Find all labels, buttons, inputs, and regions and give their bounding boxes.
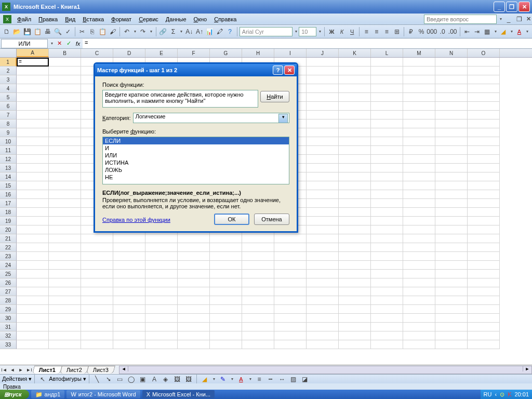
cell-A7[interactable] — [17, 111, 49, 119]
cell-M2[interactable] — [403, 66, 435, 75]
cell-L29[interactable] — [371, 305, 403, 314]
cell-O32[interactable] — [468, 331, 500, 340]
cell-M5[interactable] — [403, 93, 435, 102]
cell-E29[interactable] — [145, 305, 178, 314]
cell-L21[interactable] — [371, 234, 403, 243]
cell-O4[interactable] — [468, 84, 500, 93]
cell-H26[interactable] — [242, 278, 274, 287]
cell-A15[interactable] — [17, 181, 49, 190]
cell-A11[interactable] — [17, 146, 49, 155]
cell-N30[interactable] — [435, 314, 468, 323]
cell-L14[interactable] — [371, 172, 403, 181]
cell-M15[interactable] — [403, 181, 435, 190]
cell-M6[interactable] — [403, 102, 435, 111]
cell-N3[interactable] — [435, 75, 468, 84]
cell-D21[interactable] — [113, 234, 145, 243]
cell-F31[interactable] — [178, 323, 210, 331]
cell-M7[interactable] — [403, 111, 435, 119]
cell-J16[interactable] — [307, 190, 339, 199]
cell-B21[interactable] — [49, 234, 81, 243]
sheet-tab-1[interactable]: Лист1 — [32, 366, 62, 374]
col-header-K[interactable]: K — [339, 49, 371, 57]
cell-K27[interactable] — [339, 287, 371, 296]
cell-D29[interactable] — [113, 305, 145, 314]
row-header-21[interactable]: 21 — [0, 234, 17, 243]
cell-J7[interactable] — [307, 111, 339, 119]
cell-F25[interactable] — [178, 270, 210, 278]
cell-M32[interactable] — [403, 331, 435, 340]
clipart-icon[interactable]: 🖼 — [172, 374, 182, 384]
cell-A16[interactable] — [17, 190, 49, 199]
cell-F22[interactable] — [178, 243, 210, 252]
arrow-style-icon[interactable]: ↔ — [277, 374, 287, 384]
cell-N15[interactable] — [435, 181, 468, 190]
cell-D32[interactable] — [113, 331, 145, 340]
cell-K32[interactable] — [339, 331, 371, 340]
doc-minimize-button[interactable]: _ — [503, 14, 514, 24]
cell-J1[interactable] — [307, 58, 339, 66]
dialog-close-button[interactable]: ✕ — [284, 65, 295, 75]
cell-E24[interactable] — [145, 261, 178, 270]
borders-icon[interactable]: ▦ — [483, 26, 493, 37]
cell-M9[interactable] — [403, 128, 435, 137]
row-header-28[interactable]: 28 — [0, 296, 17, 305]
cell-M21[interactable] — [403, 234, 435, 243]
cell-C25[interactable] — [81, 270, 113, 278]
cell-G23[interactable] — [210, 252, 242, 261]
row-header-16[interactable]: 16 — [0, 190, 17, 199]
cell-A17[interactable] — [17, 199, 49, 208]
cell-N6[interactable] — [435, 102, 468, 111]
col-header-M[interactable]: M — [403, 49, 435, 57]
cell-F30[interactable] — [178, 314, 210, 323]
cell-M1[interactable] — [403, 58, 435, 66]
cell-K31[interactable] — [339, 323, 371, 331]
cell-A18[interactable] — [17, 208, 49, 217]
cell-E27[interactable] — [145, 287, 178, 296]
cell-N13[interactable] — [435, 164, 468, 172]
cell-N4[interactable] — [435, 84, 468, 93]
cell-J6[interactable] — [307, 102, 339, 111]
cell-K16[interactable] — [339, 190, 371, 199]
cell-A2[interactable] — [17, 66, 49, 75]
cell-K33[interactable] — [339, 340, 371, 349]
dash-style-icon[interactable]: ┅ — [265, 374, 276, 384]
cell-K5[interactable] — [339, 93, 371, 102]
sheet-tab-2[interactable]: Лист2 — [60, 366, 89, 374]
cell-N22[interactable] — [435, 243, 468, 252]
cell-J17[interactable] — [307, 199, 339, 208]
menu-Сервис[interactable]: Сервис — [135, 15, 162, 23]
oval-icon[interactable]: ◯ — [126, 374, 137, 384]
cell-A25[interactable] — [17, 270, 49, 278]
cell-K20[interactable] — [339, 225, 371, 234]
hyperlink-icon[interactable]: 🔗 — [158, 26, 168, 37]
permission-icon[interactable]: 📋 — [33, 26, 43, 37]
cell-N27[interactable] — [435, 287, 468, 296]
cell-K24[interactable] — [339, 261, 371, 270]
cell-O17[interactable] — [468, 199, 500, 208]
print-icon[interactable]: 🖶 — [43, 26, 52, 37]
cell-N16[interactable] — [435, 190, 468, 199]
menu-Вставка[interactable]: Вставка — [79, 15, 108, 23]
cell-A29[interactable] — [17, 305, 49, 314]
cell-O2[interactable] — [468, 66, 500, 75]
cell-E33[interactable] — [145, 340, 178, 349]
cell-N8[interactable] — [435, 119, 468, 128]
col-header-F[interactable]: F — [178, 49, 210, 57]
cell-N18[interactable] — [435, 208, 468, 217]
cell-K29[interactable] — [339, 305, 371, 314]
dialog-help-button[interactable]: ? — [273, 65, 283, 75]
cell-M27[interactable] — [403, 287, 435, 296]
close-button[interactable]: ✕ — [518, 2, 530, 12]
cell-F23[interactable] — [178, 252, 210, 261]
cell-L2[interactable] — [371, 66, 403, 75]
cell-O14[interactable] — [468, 172, 500, 181]
cell-D25[interactable] — [113, 270, 145, 278]
row-header-14[interactable]: 14 — [0, 172, 17, 181]
cell-B24[interactable] — [49, 261, 81, 270]
cell-B27[interactable] — [49, 287, 81, 296]
cell-L4[interactable] — [371, 84, 403, 93]
cell-N24[interactable] — [435, 261, 468, 270]
cell-J25[interactable] — [307, 270, 339, 278]
cell-K21[interactable] — [339, 234, 371, 243]
lang-indicator[interactable]: RU — [484, 391, 492, 397]
